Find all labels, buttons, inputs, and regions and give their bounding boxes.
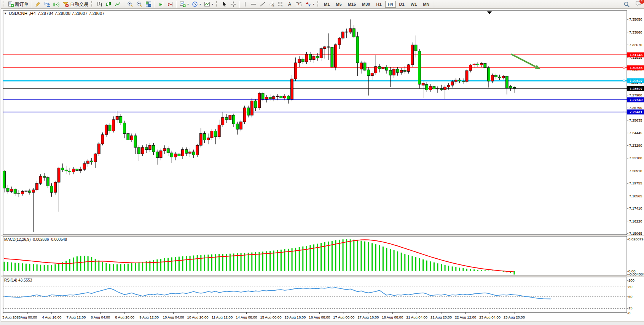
chart-shift-button[interactable] bbox=[166, 0, 175, 8]
candle bbox=[247, 108, 250, 115]
candle bbox=[382, 67, 384, 69]
svg-text:7.32670: 7.32670 bbox=[629, 43, 642, 47]
time-axis-label: 10 Aug 04:00 bbox=[163, 315, 184, 319]
time-axis-label: 15 Aug 16:00 bbox=[284, 315, 306, 319]
candle bbox=[189, 152, 191, 153]
candle bbox=[116, 116, 118, 119]
svg-text:E: E bbox=[273, 4, 274, 7]
candle bbox=[426, 85, 428, 90]
notifications-button[interactable]: 1 bbox=[635, 0, 642, 8]
timeframe-m30-button[interactable]: M30 bbox=[359, 1, 373, 8]
candle bbox=[3, 171, 6, 188]
toolbar-grip[interactable] bbox=[216, 1, 218, 7]
toolbar-grip[interactable] bbox=[317, 1, 320, 7]
cursor-button[interactable] bbox=[220, 0, 229, 8]
candle bbox=[349, 29, 352, 32]
candle bbox=[407, 65, 410, 71]
toolbar-grip[interactable] bbox=[91, 1, 94, 7]
candle bbox=[25, 191, 27, 191]
zoom-out-button[interactable] bbox=[135, 0, 144, 8]
vertical-line-button[interactable] bbox=[241, 0, 249, 8]
candle bbox=[240, 122, 242, 130]
chart-canvas[interactable]: 7.350507.338607.326707.315157.303257.291… bbox=[1, 9, 644, 325]
autotrading-button[interactable]: 自动交易 bbox=[61, 0, 90, 8]
candle bbox=[127, 133, 129, 140]
svg-text:0.026679: 0.026679 bbox=[628, 237, 644, 241]
horizontal-line-button[interactable] bbox=[249, 0, 258, 8]
candle bbox=[418, 51, 421, 84]
zoom-out-icon bbox=[136, 1, 142, 7]
chart-shift-icon bbox=[167, 1, 173, 7]
styler-button[interactable] bbox=[33, 0, 43, 8]
crosshair-button[interactable] bbox=[229, 0, 238, 8]
candle bbox=[21, 191, 24, 194]
candle bbox=[312, 56, 315, 59]
bar-chart-button[interactable] bbox=[95, 0, 104, 8]
timeframe-w1-button[interactable]: W1 bbox=[408, 1, 420, 8]
candle bbox=[291, 79, 293, 99]
timeframe-h1-button[interactable]: H1 bbox=[373, 1, 384, 8]
tile-windows-button[interactable] bbox=[144, 0, 153, 8]
auto-scroll-button[interactable] bbox=[156, 0, 166, 8]
trendline-button[interactable] bbox=[258, 0, 267, 8]
time-axis-label: 21 Aug 04:00 bbox=[406, 315, 427, 319]
timeframe-h4-button[interactable]: H4 bbox=[385, 1, 396, 8]
rsi-axis: 1008050150 bbox=[627, 278, 634, 315]
timeframe-m1-button[interactable]: M1 bbox=[321, 1, 332, 8]
candle bbox=[502, 76, 505, 78]
candle bbox=[28, 191, 31, 192]
candle bbox=[447, 85, 450, 87]
candle bbox=[294, 63, 297, 79]
candle bbox=[454, 80, 457, 82]
search-button[interactable] bbox=[622, 0, 631, 8]
candle bbox=[76, 169, 78, 170]
notification-badge: 1 bbox=[639, 0, 644, 4]
equidistant-channel-button[interactable]: E bbox=[267, 0, 276, 8]
candle bbox=[254, 101, 257, 108]
timeframe-m5-button[interactable]: M5 bbox=[333, 1, 344, 8]
candle bbox=[14, 189, 16, 194]
time-axis-label: 4 Aug 16:00 bbox=[42, 315, 62, 319]
periods-button[interactable]: ▾ bbox=[190, 0, 202, 8]
svg-text:0: 0 bbox=[628, 311, 630, 315]
candle bbox=[414, 45, 417, 51]
candle bbox=[203, 133, 206, 140]
fibonacci-icon: F bbox=[278, 1, 284, 7]
svg-text:7.17410: 7.17410 bbox=[629, 206, 642, 210]
fibonacci-button[interactable]: F bbox=[276, 0, 285, 8]
line-handle[interactable] bbox=[623, 111, 625, 113]
candle bbox=[39, 176, 42, 183]
toolbar-grip[interactable] bbox=[3, 1, 5, 7]
time-axis-label: 7 Aug 12:00 bbox=[66, 315, 86, 319]
channel-icon: E bbox=[269, 1, 275, 7]
market-watch-button[interactable] bbox=[43, 0, 52, 8]
templates-button[interactable]: ▾ bbox=[202, 0, 215, 8]
line-handle[interactable] bbox=[623, 67, 625, 69]
line-chart-button[interactable] bbox=[113, 0, 122, 8]
new-order-button[interactable]: 新订单 bbox=[6, 0, 30, 8]
chevron-down-icon: ▾ bbox=[187, 3, 189, 6]
candle bbox=[90, 161, 93, 162]
time-axis-label: 4 Aug 00:00 bbox=[18, 315, 37, 319]
candle bbox=[371, 73, 373, 76]
chart-window: 7.350507.338607.326707.315157.303257.291… bbox=[1, 9, 644, 325]
zoom-in-button[interactable] bbox=[126, 0, 135, 8]
signals-button[interactable] bbox=[52, 0, 61, 8]
vertical-line-icon bbox=[243, 1, 247, 7]
line-handle[interactable] bbox=[623, 80, 625, 82]
timeframe-d1-button[interactable]: D1 bbox=[397, 1, 407, 8]
candle bbox=[491, 75, 494, 81]
timeframe-m15-button[interactable]: M15 bbox=[345, 1, 359, 8]
time-axis-label: 23 Aug 20:00 bbox=[504, 315, 525, 319]
candle bbox=[265, 97, 268, 99]
candle bbox=[484, 63, 486, 67]
timeframe-mn-button[interactable]: MN bbox=[420, 1, 432, 8]
text-button[interactable]: A bbox=[285, 0, 294, 8]
candle bbox=[167, 149, 169, 153]
svg-text:7.35050: 7.35050 bbox=[629, 17, 642, 21]
text-label-button[interactable]: T bbox=[294, 0, 304, 8]
indicators-button[interactable]: ▾ bbox=[178, 0, 190, 8]
arrows-button[interactable]: ▾ bbox=[304, 0, 316, 8]
autotrading-label: 自动交易 bbox=[70, 1, 88, 8]
candlestick-chart-button[interactable] bbox=[104, 0, 113, 8]
